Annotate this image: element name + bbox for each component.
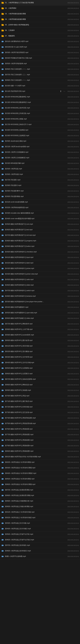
list-item[interactable]: 第63讲-微微小程序API之文件管理.mp4 2022-09-18 02:41: [0, 354, 80, 360]
list-item[interactable]: 第57讲-微微小程序API之网络请求.mp4 2022-09-18 02:41: [0, 321, 80, 327]
list-item[interactable]: 第30讲-开发进阶模板.mp4 2022-09-18 02:41: [0, 194, 80, 199]
list-item[interactable]: 第81讲-微微小程序开始分享合 h分享发布调报.mp4 2022-09-18 0…: [0, 454, 80, 460]
list-item[interactable]: 第29讲-开发进阶事件.mp4 2022-09-18 02:41: [0, 188, 80, 194]
list-item[interactable]: 第55讲-微微小程序地图组件之zpan-data.mp4 2022-09-18 …: [0, 310, 80, 316]
list-item[interactable]: 第60讲-微微小程序API之图片处理.mp4 2022-09-18 02:41: [0, 338, 80, 343]
list-item[interactable]: 第56讲-微微小程序开放能力之video.mp4 2022-09-18 02:4…: [0, 316, 80, 321]
list-item[interactable]: 第83讲-小程序实战合 h分享发布2调报.mp4 2022-09-18 02:4…: [0, 465, 80, 471]
list-item[interactable]: 第22讲-小程序主主框架解读.mp4 2022-09-18 02:41: [0, 150, 80, 155]
list-item[interactable]: 第08讲-开发工具的使用（一）.mp4 2022-09-16 02:41: [0, 78, 80, 83]
list-item[interactable]: 第15讲-WXML特性之列表渲染.mp4 2022-09-18 02:41: [0, 111, 80, 116]
list-item[interactable]: 第75讲-微微小程序API之界面设置动画.mp4 2022-09-18 02:4…: [0, 421, 80, 426]
list-item[interactable]: 第19讲-WXSS特性之选择器2.mp4 2022-09-18 02:41: [0, 133, 80, 138]
list-item[interactable]: 第02讲02讲-什么是小程序.mp4 2022-09-18 02:41: [0, 44, 80, 50]
list-item[interactable]: 第17讲-WXSS特性之响应式尺寸.mp4 2022-09-18 02:41: [0, 122, 80, 127]
list-item[interactable]: 第92讲-小程序实战之 h分享发布功能2.mp4 2022-09-18 02:4…: [0, 515, 80, 520]
list-item[interactable]: 05、[10000+微信小程序模板源码] 2022-09-18 02:41: [0, 22, 80, 28]
list-item[interactable]: 03、小程序初级实战项目调报 2022-09-18 02:41: [0, 11, 80, 16]
list-item[interactable]: 第93讲-小程序实战之支付功能.mp4 2022-09-18 02:41: [0, 520, 80, 526]
list-item[interactable]: 第38讲-微微小程序调试技巧之progress.mp4 2022-09-18 0…: [0, 238, 80, 244]
list-item[interactable]: 第78讲-微微小程序API之界面绘图3.mp4 2022-09-18 02:41: [0, 438, 80, 443]
list-item[interactable]: 第43讲-微微小程序表单组件之picker.mp4 2022-09-18 02:…: [0, 266, 80, 271]
list-item[interactable]: 第01讲-分析要制作的小程序.mp4 2022-09-18 02:41: [0, 39, 80, 44]
list-item[interactable]: 第16讲-WXML特性之模板.mp4 2022-09-18 02:41: [0, 116, 80, 122]
list-item[interactable]: 第76讲-微微小程序API之界面绘图.mp4 2022-09-18 02:41: [0, 426, 80, 432]
list-item[interactable]: 第65讲-微微小程序API之位置获取.mp4 2022-09-18 02:41: [0, 366, 80, 371]
list-item[interactable]: 第98讲-小程序实战之发布项目2.mp4 2022-09-18 02:41: [0, 548, 80, 554]
list-item[interactable]: 第27讲-开发进阶.mp4 2022-09-18 02:41: [0, 177, 80, 183]
list-item[interactable]: 第18讲-WXSS特性之选择器.mp4 2022-09-18 02:41: [0, 127, 80, 133]
list-item[interactable]: 第77讲-微微小程序API之界面绘图2.mp4 2022-09-18 02:41: [0, 432, 80, 438]
list-item[interactable]: 第25讲-小程序实战.mp4 2022-09-18 02:41: [0, 166, 80, 172]
list-item[interactable]: 第06讲-开发工具的使用（一）.mp4 2022-09-18 02:41: [0, 66, 80, 72]
list-item[interactable]: 第36讲-微微小程序调试技巧之test.mp4 2022-09-18 02:41: [0, 227, 80, 232]
list-item[interactable]: 第71讲-微微小程序API之拨打电话.mp4 2022-09-18 02:41: [0, 399, 80, 404]
list-item[interactable]: 第69讲-微微小程序API之加速器.mp4 2022-09-18 02:41: [0, 388, 80, 393]
list-item[interactable]: 02、小程序调试 2022-09-18 02:41: [0, 6, 80, 11]
share-button[interactable]: ⬆: [59, 90, 62, 93]
list-item[interactable]: 第20讲-JavaScript之基础.mp4 2022-09-18 02:41: [0, 138, 80, 144]
list-item[interactable]: 第94讲-小程序实战之支付功能2.mp4 2022-09-18 02:41: [0, 526, 80, 532]
list-item[interactable]: 第58讲-微微小程序API之上传下载.mp4 2022-09-18 02:41: [0, 327, 80, 332]
list-item[interactable]: 第91讲-小程序实战之 h分享发布功能.mp4 2022-09-18 02:41: [0, 510, 80, 515]
list-item[interactable]: 第05讲-小程序代码的架构.mp4 2022-09-18 02:41: [0, 61, 80, 66]
list-item[interactable]: 第74讲-微微小程序API之界面导航进阶.mp4 2022-09-18 02:4…: [0, 415, 80, 421]
list-item[interactable]: 第12讲-WXML特性及数据绑定.mp4 2022-09-16 02:41: [0, 94, 80, 100]
list-item[interactable]: 第61讲-微微小程序API之录音功能.mp4 2022-09-18 02:41: [0, 343, 80, 349]
list-item[interactable]: 第32讲-小程序移动端调试器.mp4 2022-09-18 02:41: [0, 205, 80, 210]
list-item[interactable]: 第33讲-movable-view 被移动视图器.mp4 2022-09-09 …: [0, 210, 80, 216]
list-item[interactable]: 第23讲-小程序主主框架解读2.mp4 2022-09-18 02:41: [0, 155, 80, 160]
list-item[interactable]: 第37讲-微微小程序调试技巧之rich-text.mp4 2022-09-16 …: [0, 232, 80, 238]
list-item[interactable]: 第46讲-微微小程序表单组件之slider.mp4 2022-09-18 02:…: [0, 282, 80, 288]
list-item[interactable]: 07、视频源码 2022-09-18 02:41: [0, 33, 80, 39]
list-item[interactable]: 06、工具插件 2022-09-18 02:41: [0, 28, 80, 33]
list-item[interactable]: 第73讲-微微小程序API之交互反馈.mp4 2022-09-18 02:41: [0, 410, 80, 415]
list-item[interactable]: 第96讲-小程序实战之开放平台开发2.mp4 2022-09-18 02:41: [0, 537, 80, 542]
list-item[interactable]: 第35讲-微微小程序调试技巧之com.mp4 2022-09-18 02:41: [0, 222, 80, 227]
list-item[interactable]: 第66讲-微微小程序API之位置展示.mp4 2022-09-18 02:41: [0, 371, 80, 376]
list-item[interactable]: 第68讲-微微小程序API之网络信息.mp4 2022-09-18 02:41: [0, 382, 80, 388]
list-item[interactable]: 第24讲-MINA框架详解.mp4 2022-09-18 02:41: [0, 160, 80, 166]
list-item[interactable]: 第41讲-微微小程序表单组件之input.mp4 2022-09-18 02:4…: [0, 255, 80, 260]
list-item[interactable]: 04、小程序高级实战项目调报 2022-09-18 02:41: [0, 16, 80, 22]
list-item[interactable]: 第89讲-小程序实战之功能调报分析.mp4 2022-09-18 02:41: [0, 498, 80, 504]
list-item[interactable]: 附赠1-小程序平台架构图.mp4 2022-09-18 02:41: [0, 554, 80, 559]
list-item[interactable]: 第72讲-微微小程序API之扫码功能.mp4 2022-09-18 02:41: [0, 404, 80, 410]
list-item[interactable]: 第53讲-微微小程序媒体组件之live-player+live-pusher… …: [0, 299, 80, 304]
list-item[interactable]: 第21讲-小程序JavaScript变量.mp4 2022-09-18 02:4…: [0, 144, 80, 150]
list-item[interactable]: 第34讲-cover-view覆盖原生组件视图.mp4 2022-09-18 0…: [0, 216, 80, 222]
list-item[interactable]: 第86讲-小程序实战合 h分享发布2调报.mp4 2022-09-18 02:4…: [0, 482, 80, 487]
list-item[interactable]: 第39讲-微微小程序调试技巧之button.mp4 2022-09-18 02:…: [0, 244, 80, 249]
list-item[interactable]: 第62讲-微微小程序API之音乐播放.mp4 2022-09-18 02:41: [0, 349, 80, 354]
list-item[interactable]: 第42讲-微微小程序表单组件之label.mp4 2022-09-18 02:4…: [0, 260, 80, 266]
list-item[interactable]: 第10讲-创建一个小程序.mp4 2022-09-16 02:41: [0, 83, 80, 88]
list-item[interactable]: 第28讲-开发进阶2.mp4 2022-09-18 02:41: [0, 183, 80, 188]
list-item[interactable]: 第90讲-小程序实战之功能分析调报.mp4 2022-09-18 02:41: [0, 504, 80, 510]
list-item[interactable]: 第54讲-微微小程序地图组件.mp4 2022-09-18 02:41: [0, 304, 80, 310]
list-item[interactable]: 第48讲-微微小程序表单组件之textarea.mp4 2022-09-18 0…: [0, 294, 80, 299]
list-item[interactable]: 第70讲-微微小程序API之罗盘.mp4 2022-09-18 02:41: [0, 393, 80, 399]
list-item[interactable]: 第47讲-微微小程序表单组件之switch.mp4 2022-09-18 02:…: [0, 288, 80, 294]
list-item[interactable]: 第13讲-WXML特性及数据绑定2.mp4 2022-09-18 02:41: [0, 100, 80, 105]
list-item[interactable]: 第67讲-微微小程序API之设备信息获取.mp4 2022-09-18 02:4…: [0, 376, 80, 382]
list-item[interactable]: 第45讲-微微小程序表单组件之radio.mp4 2022-09-18 02:4…: [0, 277, 80, 282]
list-item[interactable]: 01、小程序零基础入门门知识及开发调报 2022-09-18 02:41: [0, 0, 80, 6]
list-item[interactable]: 第79讲-微微小程序API之界面绘图4.mp4 2022-09-18 02:41: [0, 443, 80, 448]
list-item[interactable]: 第88讲-小程序实战之发展前景2调报.mp4 2022-09-18 02:41: [0, 493, 80, 498]
list-item[interactable]: 第07讲-开发工具的使用（二）.mp4 2022-09-18 02:41: [0, 72, 80, 78]
list-item[interactable]: 第80讲-微微小程序API之界面绘图5.mp4 2022-09-18 02:41: [0, 448, 80, 454]
list-item[interactable]: 第14讲-WXML特性之条件语语.mp4 2022-09-18 02:41: [0, 105, 80, 111]
list-item[interactable]: 第31讲-scroll-view滚动视图.mp4 2022-09-18 02:4…: [0, 199, 80, 205]
list-item[interactable]: 第40讲-微微小程序表单组件之checkbox.mp4 2022-09-18 0…: [0, 249, 80, 255]
list-item[interactable]: 第87讲-小程序实战之发展前景调报.mp4 2022-09-18 02:41: [0, 487, 80, 493]
list-item[interactable]: 第82讲-小程序实战合 h分享发布调报.mp4 2022-09-18 02:41: [0, 460, 80, 465]
list-item[interactable]: 第44讲-微微小程序表单组件之picker-view.mp4 2022-09-1…: [0, 271, 80, 277]
list-item[interactable]: 第59讲-微微小程序API之socket请求.mp4 2022-09-18 02…: [0, 332, 80, 338]
list-item[interactable]: 第11讲-开始写组件代码.mp4 ⬆ ··· 2022-09-18 02:41: [0, 88, 80, 94]
more-button[interactable]: ···: [63, 90, 66, 93]
list-item[interactable]: 第64讲-微微小程序API之文件文存储.mp4 2022-09-18 02:41: [0, 360, 80, 366]
list-item[interactable]: 第04讲-申请微信开发账号实 页面.mp4 2022-09-18 02:41: [0, 55, 80, 61]
list-item[interactable]: 第97讲-小程序实战之发布项目.mp4 2022-09-18 02:41: [0, 542, 80, 548]
list-item[interactable]: 第03讲-小程序开发应用前景.mp4 2022-09-18 02:41: [0, 50, 80, 55]
list-item[interactable]: 第95讲-小程序实战之开放平台开发.mp4 2022-09-18 02:41: [0, 532, 80, 537]
